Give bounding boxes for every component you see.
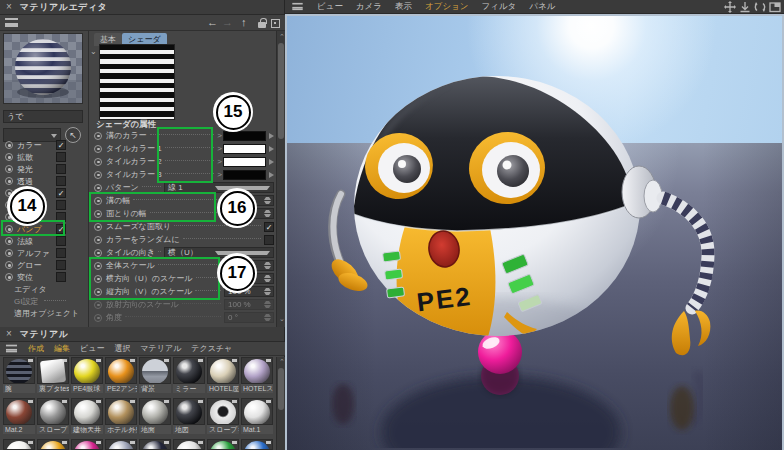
forward-icon[interactable]: →	[222, 16, 233, 28]
spin-up-icon[interactable]	[264, 262, 271, 265]
scroll-up-icon[interactable]: ⌃	[279, 33, 285, 41]
channel-checkbox[interactable]	[56, 212, 66, 222]
channel-enable-radio[interactable]	[5, 153, 13, 161]
spin-down-icon[interactable]	[264, 279, 271, 282]
collapse-arrow-icon[interactable]: ⌄	[90, 47, 97, 56]
viewport-menu-4[interactable]: フィルタ	[482, 1, 517, 13]
material-thumb-partial[interactable]	[139, 439, 171, 450]
attribute-radio[interactable]	[94, 275, 102, 283]
value-spinner[interactable]: 0 °	[224, 312, 274, 323]
toggle-view-icon[interactable]	[769, 1, 781, 13]
channel-enable-radio[interactable]	[5, 225, 13, 233]
channel-row-0[interactable]: カラー✓	[5, 139, 83, 151]
channel-checkbox[interactable]: ✓	[56, 224, 66, 234]
scroll-up-icon[interactable]: ⌃	[279, 358, 285, 366]
channel-enable-radio[interactable]	[5, 165, 13, 173]
material-thumb[interactable]	[3, 357, 35, 384]
spin-down-icon[interactable]	[264, 318, 271, 321]
channel-enable-radio[interactable]	[5, 249, 13, 257]
channel-enable-radio[interactable]	[5, 141, 13, 149]
spin-up-icon[interactable]	[264, 314, 271, 317]
color-swatch[interactable]	[223, 170, 266, 180]
material-thumb-partial[interactable]	[71, 439, 103, 450]
shader-stripe-preview[interactable]	[99, 44, 175, 120]
up-icon[interactable]: ↑	[241, 16, 247, 28]
mm-menu-1[interactable]: 編集	[54, 343, 70, 354]
spin-down-icon[interactable]	[264, 201, 271, 204]
channel-row-11[interactable]: 変位	[5, 271, 83, 283]
channel-checkbox[interactable]	[56, 260, 66, 270]
color-swatch[interactable]	[223, 144, 266, 154]
material-thumb[interactable]	[105, 357, 137, 384]
material-thumb[interactable]	[71, 357, 103, 384]
viewport-menu-5[interactable]: パネル	[529, 1, 555, 13]
channel-row-9[interactable]: アルファ	[5, 247, 83, 259]
back-icon[interactable]: ←	[207, 16, 218, 28]
viewport-canvas[interactable]: PE2	[285, 14, 784, 450]
dropdown-select[interactable]: 線 1	[164, 182, 274, 193]
shader-link-icon[interactable]	[269, 172, 274, 178]
pan-view-icon[interactable]	[724, 1, 736, 13]
dolly-view-icon[interactable]	[739, 1, 751, 13]
channel-enable-radio[interactable]	[5, 273, 13, 281]
channel-row-8[interactable]: 法線	[5, 235, 83, 247]
spin-up-icon[interactable]	[264, 275, 271, 278]
scroll-down-icon[interactable]: ⌄	[279, 315, 285, 323]
attribute-radio[interactable]	[94, 314, 102, 322]
pin-icon[interactable]	[271, 19, 280, 28]
shader-scrollbar-thumb[interactable]	[278, 43, 284, 139]
material-thumb[interactable]	[241, 398, 273, 425]
spin-up-icon[interactable]	[264, 210, 271, 213]
channel-row-12[interactable]: エディタ	[5, 283, 83, 295]
channel-checkbox[interactable]	[56, 272, 66, 282]
spin-up-icon[interactable]	[264, 197, 271, 200]
material-thumb[interactable]	[139, 398, 171, 425]
attribute-radio[interactable]	[94, 158, 102, 166]
material-thumb[interactable]	[173, 398, 205, 425]
material-thumb[interactable]	[71, 398, 103, 425]
rotate-view-icon[interactable]	[754, 1, 766, 13]
attribute-radio[interactable]	[94, 236, 102, 244]
channel-checkbox[interactable]: ✓	[56, 188, 66, 198]
mm-menu-0[interactable]: 作成	[28, 343, 44, 354]
channel-enable-radio[interactable]	[5, 261, 13, 269]
material-thumb-partial[interactable]	[37, 439, 69, 450]
mm-menu-5[interactable]: テクスチャ	[191, 343, 232, 354]
spin-down-icon[interactable]	[264, 266, 271, 269]
spinner-arrows[interactable]	[261, 301, 271, 308]
material-thumb[interactable]	[241, 357, 273, 384]
channel-row-14[interactable]: 適用オブジェクト	[5, 307, 83, 319]
materials-scrollbar[interactable]: ⌃	[276, 357, 285, 450]
attribute-radio[interactable]	[94, 223, 102, 231]
menu-hamburger-icon[interactable]	[6, 345, 17, 353]
viewport-menu-0[interactable]: ビュー	[317, 1, 343, 13]
attribute-radio[interactable]	[94, 132, 102, 140]
attribute-radio[interactable]	[94, 145, 102, 153]
material-thumb-partial[interactable]	[3, 439, 35, 450]
attribute-radio[interactable]	[94, 171, 102, 179]
mm-menu-2[interactable]: ビュー	[80, 343, 104, 354]
channel-checkbox[interactable]	[56, 164, 66, 174]
spin-down-icon[interactable]	[264, 214, 271, 217]
material-thumb[interactable]	[173, 357, 205, 384]
menu-hamburger-icon[interactable]	[292, 3, 302, 10]
channel-checkbox[interactable]	[56, 176, 66, 186]
attribute-radio[interactable]	[94, 262, 102, 270]
channel-checkbox[interactable]	[56, 200, 66, 210]
material-thumb[interactable]	[3, 398, 35, 425]
dropdown-select[interactable]: 横（U）	[164, 247, 274, 258]
spinner-arrows[interactable]	[261, 197, 271, 204]
attribute-checkbox[interactable]	[264, 235, 274, 245]
attribute-radio[interactable]	[94, 197, 102, 205]
spinner-arrows[interactable]	[261, 288, 271, 295]
shader-link-icon[interactable]	[269, 159, 274, 165]
channel-row-3[interactable]: 透過	[5, 175, 83, 187]
channel-checkbox[interactable]: ✓	[56, 140, 66, 150]
materials-scrollbar-thumb[interactable]	[278, 368, 284, 410]
channel-row-1[interactable]: 拡散	[5, 151, 83, 163]
material-thumb[interactable]	[105, 398, 137, 425]
attribute-radio[interactable]	[94, 184, 102, 192]
material-thumb-partial[interactable]	[105, 439, 137, 450]
spin-down-icon[interactable]	[264, 305, 271, 308]
attribute-radio[interactable]	[94, 210, 102, 218]
